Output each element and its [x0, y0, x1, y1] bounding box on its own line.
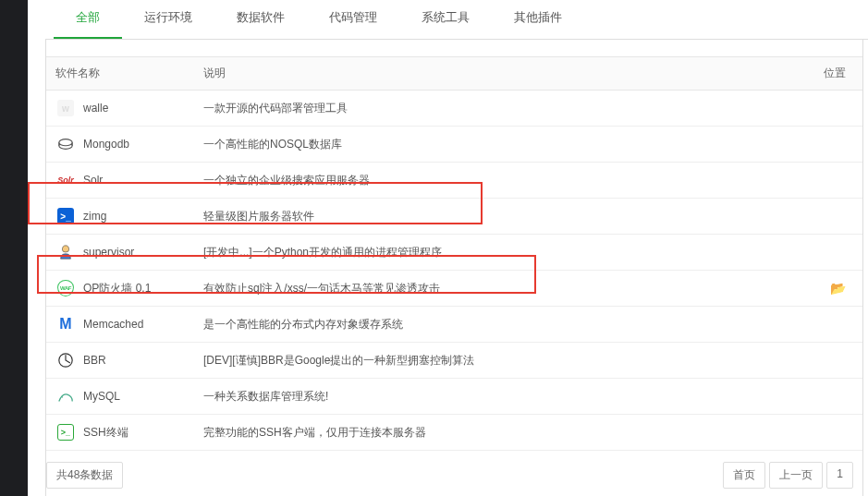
- tab-codemgmt[interactable]: 代码管理: [307, 0, 399, 39]
- software-loc: [798, 343, 862, 379]
- software-desc: 完整功能的SSH客户端，仅用于连接本服务器: [194, 415, 798, 451]
- table-row[interactable]: BBR[DEV][谨慎]BBR是Google提出的一种新型拥塞控制算法: [46, 343, 862, 379]
- tab-other[interactable]: 其他插件: [492, 0, 584, 39]
- software-loc: [798, 199, 862, 235]
- software-loc: 📂: [798, 271, 862, 307]
- software-desc: 一个高性能的NOSQL数据库: [194, 127, 798, 163]
- software-name: supervisor: [83, 246, 134, 259]
- software-desc: [DEV][谨慎]BBR是Google提出的一种新型拥塞控制算法: [194, 343, 798, 379]
- table-row[interactable]: MySQL一种关系数据库管理系统!: [46, 379, 862, 415]
- table-row[interactable]: supervisor[开发中...]一个Python开发的通用的进程管理程序: [46, 235, 862, 271]
- walle-icon: w: [57, 100, 74, 116]
- software-desc: 一款开源的代码部署管理工具: [194, 91, 798, 127]
- tab-systools[interactable]: 系统工具: [399, 0, 492, 39]
- pager-page-1[interactable]: 1: [826, 462, 853, 489]
- svg-point-1: [59, 139, 72, 146]
- table-row[interactable]: wwalle一款开源的代码部署管理工具: [46, 91, 862, 127]
- software-name: Solr: [83, 174, 103, 187]
- software-loc: [798, 379, 862, 415]
- table-row[interactable]: >_SSH终端完整功能的SSH客户端，仅用于连接本服务器: [46, 415, 862, 451]
- record-count: 共48条数据: [46, 462, 123, 489]
- software-loc: [798, 91, 862, 127]
- software-desc: 一个独立的企业级搜索应用服务器: [194, 163, 798, 199]
- software-name: zimg: [83, 210, 106, 223]
- table-row[interactable]: WAFOP防火墙 0.1有效防止sql注入/xss/一句话木马等常见渗透攻击📂: [46, 271, 862, 307]
- pager-first[interactable]: 首页: [723, 462, 765, 489]
- col-loc: 位置: [798, 57, 862, 91]
- software-name: BBR: [83, 354, 106, 367]
- software-name: OP防火墙 0.1: [83, 281, 151, 296]
- software-desc: 一种关系数据库管理系统!: [194, 379, 798, 415]
- ssh-icon: >_: [57, 424, 74, 441]
- software-desc: [开发中...]一个Python开发的通用的进程管理程序: [194, 235, 798, 271]
- mysql-icon: [57, 388, 74, 405]
- software-name: MySQL: [83, 390, 120, 403]
- pager-prev[interactable]: 上一页: [769, 462, 823, 489]
- supervisor-icon: [57, 244, 74, 260]
- software-name: SSH终端: [83, 425, 128, 441]
- mongodb-icon: [57, 136, 74, 152]
- waf-icon: WAF: [57, 280, 74, 296]
- software-name: Memcached: [83, 318, 143, 331]
- software-loc: [798, 415, 862, 451]
- software-loc: [798, 235, 862, 271]
- table-row[interactable]: Mongodb一个高性能的NOSQL数据库: [46, 127, 862, 163]
- software-loc: [798, 307, 862, 343]
- svg-point-3: [62, 396, 63, 397]
- table-row[interactable]: >_zimg轻量级图片服务器软件: [46, 199, 862, 235]
- software-name: walle: [83, 102, 108, 115]
- tabs-bar: 全部 运行环境 数据软件 代码管理 系统工具 其他插件: [46, 0, 868, 40]
- tab-all[interactable]: 全部: [54, 0, 122, 39]
- solr-icon: Solr: [57, 172, 74, 188]
- table-row[interactable]: SolrSolr一个独立的企业级搜索应用服务器: [46, 163, 862, 199]
- software-desc: 是一个高性能的分布式内存对象缓存系统: [194, 307, 798, 343]
- software-desc: 有效防止sql注入/xss/一句话木马等常见渗透攻击: [194, 271, 798, 307]
- tab-runtime[interactable]: 运行环境: [122, 0, 214, 39]
- memcached-icon: M: [57, 316, 74, 333]
- software-name: Mongodb: [83, 138, 129, 151]
- software-table: 软件名称 说明 位置 wwalle一款开源的代码部署管理工具Mongodb一个高…: [46, 56, 862, 451]
- software-loc: [798, 127, 862, 163]
- col-name: 软件名称: [46, 57, 194, 91]
- bbr-icon: [57, 352, 74, 369]
- folder-icon[interactable]: 📂: [830, 281, 846, 296]
- table-footer: 共48条数据 首页 上一页 1: [46, 462, 862, 489]
- pagination: 首页 上一页 1: [723, 462, 853, 489]
- table-row[interactable]: MMemcached是一个高性能的分布式内存对象缓存系统: [46, 307, 862, 343]
- software-table-wrap: 软件名称 说明 位置 wwalle一款开源的代码部署管理工具Mongodb一个高…: [46, 56, 862, 451]
- software-loc: [798, 163, 862, 199]
- software-desc: 轻量级图片服务器软件: [194, 199, 798, 235]
- col-desc: 说明: [194, 57, 798, 91]
- zimg-icon: >_: [57, 208, 74, 224]
- tab-datasoft[interactable]: 数据软件: [214, 0, 307, 39]
